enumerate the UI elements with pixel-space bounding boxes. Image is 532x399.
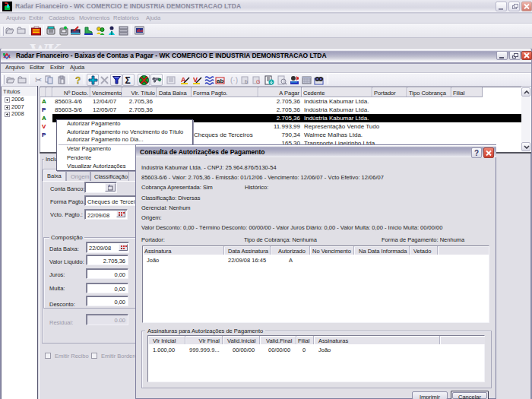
svg-text:G: G bbox=[256, 79, 260, 84]
svg-text:✂: ✂ bbox=[35, 75, 42, 84]
svg-text:?: ? bbox=[75, 75, 81, 85]
svg-text:b: b bbox=[245, 79, 248, 84]
svg-text:ab: ab bbox=[217, 78, 223, 84]
svg-text:(·): (·) bbox=[230, 76, 238, 84]
svg-text:Σ: Σ bbox=[125, 75, 131, 85]
